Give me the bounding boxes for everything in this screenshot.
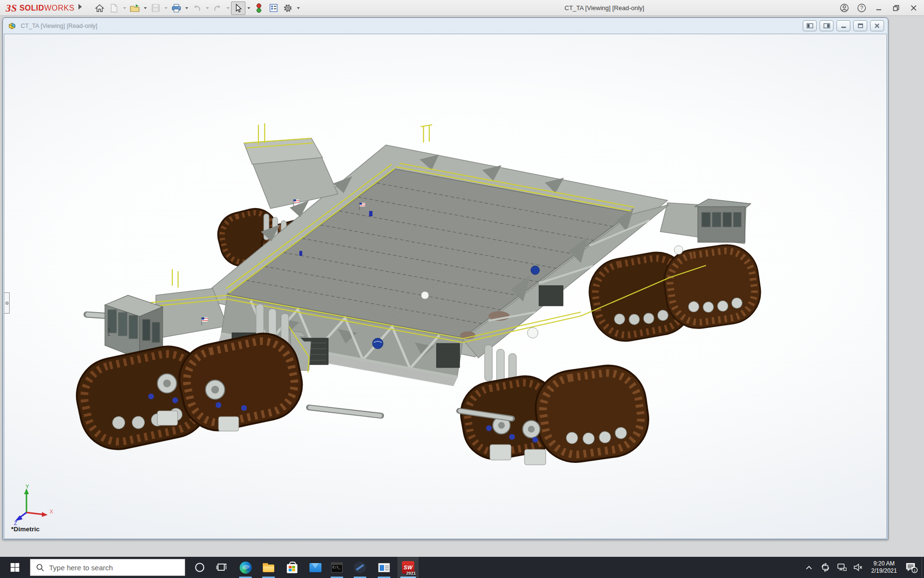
- vent-circle: [421, 291, 429, 299]
- options-dropdown[interactable]: [295, 1, 301, 15]
- help-button[interactable]: ?: [853, 1, 870, 15]
- model-annotation: 1 L: [108, 327, 110, 337]
- doc-close-button[interactable]: [870, 20, 884, 31]
- display-sync-icon: [821, 563, 830, 572]
- nasa-meatball-decal: [372, 338, 383, 349]
- redo-dropdown[interactable]: [225, 1, 231, 15]
- clock-date: 2/19/2021: [866, 567, 902, 575]
- splitter-dot: [5, 302, 9, 305]
- tray-network[interactable]: [834, 557, 850, 578]
- doc-minimize-icon: [841, 24, 847, 28]
- triad-z-label: Z: [14, 520, 17, 525]
- operator-cab-right: [695, 199, 751, 242]
- triad-y-label: Y: [26, 485, 29, 489]
- vent-circle: [527, 328, 538, 338]
- save-button[interactable]: [148, 1, 163, 15]
- new-document-dropdown[interactable]: [121, 1, 128, 15]
- minimize-icon: [876, 5, 882, 11]
- save-icon: [151, 3, 160, 13]
- network-ethernet-icon: [837, 563, 847, 572]
- taskbar-command-prompt[interactable]: C:\_: [326, 557, 347, 578]
- taskbar-solidworks[interactable]: SW 2021: [398, 557, 419, 578]
- undo-icon: [192, 4, 202, 13]
- collapse-left-pane-button[interactable]: [803, 20, 817, 31]
- save-dropdown[interactable]: [163, 1, 169, 15]
- search-input[interactable]: [49, 564, 185, 572]
- chevron-up-icon: [806, 565, 812, 570]
- print-button[interactable]: [169, 1, 183, 15]
- windows-logo-icon: [11, 563, 19, 572]
- microsoft-store-icon: [287, 564, 297, 573]
- tray-volume[interactable]: [850, 557, 866, 578]
- cortana-icon: [194, 562, 205, 573]
- taskbar-hexagon-app[interactable]: [349, 557, 371, 578]
- document-window-controls: [803, 20, 884, 31]
- file-explorer-icon: [263, 563, 274, 572]
- collapse-right-pane-button[interactable]: [820, 20, 834, 31]
- blue-pennant-decal: [299, 251, 302, 256]
- pane-right-icon: [823, 23, 830, 28]
- taskbar-store[interactable]: [282, 557, 303, 578]
- taskbar-file-explorer[interactable]: [258, 557, 279, 578]
- undo-dropdown[interactable]: [204, 1, 210, 15]
- volume-muted-icon: [853, 563, 863, 572]
- taskbar-search[interactable]: [30, 559, 185, 576]
- document-title-bar[interactable]: CT_TA [Viewing] [Read-only]: [3, 18, 888, 34]
- app-window-title: CT_TA [Viewing] [Read-only]: [565, 4, 644, 12]
- start-button[interactable]: [0, 557, 30, 578]
- doc-restore-button[interactable]: [853, 20, 867, 31]
- app-title-bar: ЗS SOLIDWORKS: [0, 0, 924, 16]
- solidworks-logo: ЗS SOLIDWORKS: [6, 2, 75, 14]
- taskbar-edge[interactable]: [235, 557, 256, 578]
- checklist-icon: [269, 3, 278, 13]
- taskbar-clock[interactable]: 9:20 AM 2/19/2021: [866, 560, 902, 575]
- open-dropdown[interactable]: [142, 1, 148, 15]
- nasa-meatball-decal: [531, 266, 539, 275]
- minimize-button[interactable]: [870, 1, 887, 15]
- doc-close-icon: [874, 23, 880, 28]
- hidden-icons-button[interactable]: [801, 557, 817, 578]
- restore-icon: [893, 5, 899, 12]
- taskbar-cortana[interactable]: [189, 557, 210, 578]
- menu-expand-arrow[interactable]: [78, 4, 82, 10]
- select-tool-dropdown[interactable]: [245, 1, 252, 15]
- doc-minimize-button[interactable]: [836, 20, 850, 31]
- undo-button[interactable]: [190, 1, 204, 15]
- design-checker-button[interactable]: [266, 1, 281, 15]
- edge-icon: [240, 562, 252, 574]
- new-document-button[interactable]: [107, 1, 121, 15]
- help-icon: ?: [857, 3, 866, 13]
- solidworks-year-badge: 2021: [406, 571, 416, 576]
- redo-button[interactable]: [210, 1, 225, 15]
- open-button[interactable]: [128, 1, 142, 15]
- gear-icon: [283, 3, 293, 13]
- taskbar-mail[interactable]: [305, 557, 326, 578]
- feature-tree-splitter-handle[interactable]: [4, 292, 10, 314]
- brand-bold: SOLID: [19, 4, 44, 13]
- print-dropdown[interactable]: [183, 1, 190, 15]
- options-button[interactable]: [281, 1, 295, 15]
- taskbar-task-view[interactable]: [211, 557, 232, 578]
- close-button[interactable]: [905, 1, 922, 15]
- home-button[interactable]: [92, 1, 107, 15]
- reference-triad: Y X Z: [13, 485, 56, 525]
- viewport-3d[interactable]: 1 L Y X Z *Dimetric: [4, 34, 887, 539]
- document-title: CT_TA [Viewing] [Read-only]: [21, 23, 97, 29]
- select-tool-button[interactable]: [231, 1, 245, 15]
- tray-display-sync[interactable]: [817, 557, 834, 578]
- action-center-button[interactable]: 1: [902, 557, 921, 578]
- performance-indicator-button[interactable]: [252, 1, 266, 15]
- show-desktop-button[interactable]: [922, 557, 924, 578]
- pane-left-icon: [807, 23, 813, 28]
- account-button[interactable]: [835, 1, 853, 15]
- quick-toolbar: [92, 1, 301, 15]
- new-document-icon: [110, 3, 118, 13]
- traffic-light-icon: [256, 3, 262, 13]
- restore-button[interactable]: [887, 1, 905, 15]
- assembly-cube-icon: [7, 21, 17, 31]
- doc-restore-icon: [858, 23, 863, 28]
- taskbar-window-app[interactable]: [373, 557, 395, 578]
- dassault-ds-icon: ЗS: [6, 2, 17, 14]
- blue-pennant-decal: [369, 211, 372, 216]
- svg-text:?: ?: [860, 5, 863, 11]
